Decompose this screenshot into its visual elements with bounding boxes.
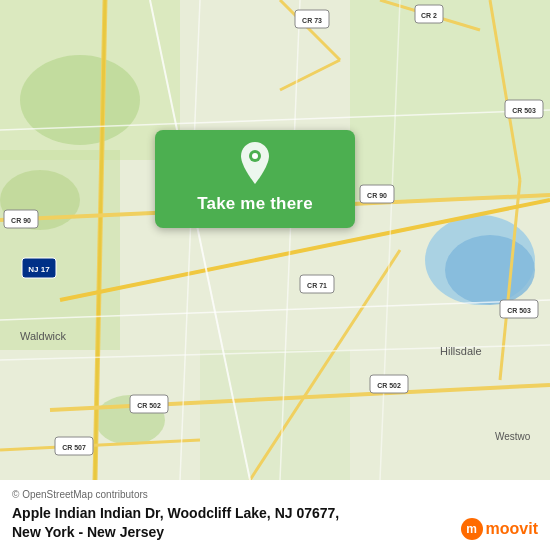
take-me-there-button[interactable]: Take me there bbox=[197, 194, 313, 214]
moovit-icon: m bbox=[461, 518, 483, 540]
svg-text:Hillsdale: Hillsdale bbox=[440, 345, 482, 357]
map-container: NJ 17 CR 90 CR 90 CR 73 CR 2 CR 503 CR 5… bbox=[0, 0, 550, 480]
map-background: NJ 17 CR 90 CR 90 CR 73 CR 2 CR 503 CR 5… bbox=[0, 0, 550, 480]
svg-text:CR 90: CR 90 bbox=[367, 192, 387, 199]
moovit-logo: m moovit bbox=[461, 518, 538, 540]
svg-text:CR 73: CR 73 bbox=[302, 17, 322, 24]
moovit-brand-text: moovit bbox=[486, 520, 538, 538]
svg-text:CR 503: CR 503 bbox=[512, 107, 536, 114]
svg-point-3 bbox=[20, 55, 140, 145]
svg-text:CR 503: CR 503 bbox=[507, 307, 531, 314]
map-attribution: © OpenStreetMap contributors bbox=[12, 489, 538, 500]
svg-rect-8 bbox=[200, 350, 350, 480]
svg-text:Westwo: Westwo bbox=[495, 431, 531, 442]
svg-point-7 bbox=[445, 235, 535, 305]
svg-text:CR 507: CR 507 bbox=[62, 444, 86, 451]
svg-text:CR 71: CR 71 bbox=[307, 282, 327, 289]
svg-text:CR 502: CR 502 bbox=[377, 382, 401, 389]
svg-point-55 bbox=[252, 153, 258, 159]
svg-text:NJ 17: NJ 17 bbox=[28, 265, 50, 274]
bottom-info-bar: © OpenStreetMap contributors Apple India… bbox=[0, 480, 550, 550]
svg-text:CR 502: CR 502 bbox=[137, 402, 161, 409]
address-text: Apple Indian Indian Dr, Woodcliff Lake, … bbox=[12, 504, 538, 540]
svg-text:CR 90: CR 90 bbox=[11, 217, 31, 224]
location-pin-icon bbox=[237, 142, 273, 186]
cta-overlay[interactable]: Take me there bbox=[155, 130, 355, 228]
svg-text:Waldwick: Waldwick bbox=[20, 330, 67, 342]
svg-text:CR 2: CR 2 bbox=[421, 12, 437, 19]
